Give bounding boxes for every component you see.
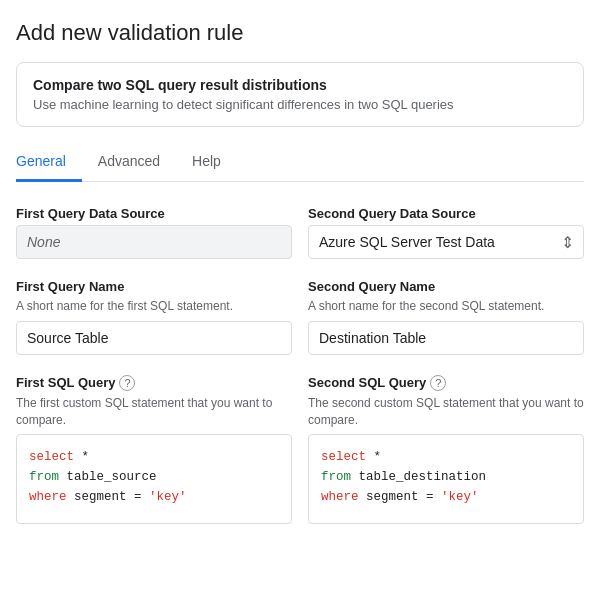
- first-data-source-group: First Query Data Source: [16, 206, 292, 259]
- second-query-name-input[interactable]: [308, 321, 584, 355]
- second-query-name-group: Second Query Name A short name for the s…: [308, 279, 584, 355]
- second-sql-group: Second SQL Query ? The second custom SQL…: [308, 375, 584, 525]
- first-query-name-label: First Query Name: [16, 279, 292, 294]
- tab-help[interactable]: Help: [176, 143, 237, 182]
- second-sql-line1: select *: [321, 447, 571, 467]
- first-data-source-label: First Query Data Source: [16, 206, 292, 221]
- first-sql-line1: select *: [29, 447, 279, 467]
- second-query-name-label: Second Query Name: [308, 279, 584, 294]
- second-sql-line2: from table_destination: [321, 467, 571, 487]
- second-data-source-group: Second Query Data Source None Azure SQL …: [308, 206, 584, 259]
- first-sql-help-icon[interactable]: ?: [119, 375, 135, 391]
- second-sql-label-row: Second SQL Query ?: [308, 375, 584, 391]
- first-sql-group: First SQL Query ? The first custom SQL s…: [16, 375, 292, 525]
- second-sql-desc: The second custom SQL statement that you…: [308, 395, 584, 429]
- second-sql-code-box[interactable]: select * from table_destination where se…: [308, 434, 584, 524]
- first-query-name-input[interactable]: [16, 321, 292, 355]
- first-query-name-desc: A short name for the first SQL statement…: [16, 298, 292, 315]
- second-data-source-label: Second Query Data Source: [308, 206, 584, 221]
- first-sql-code-box[interactable]: select * from table_source where segment…: [16, 434, 292, 524]
- first-sql-line3: where segment = 'key': [29, 487, 279, 507]
- first-query-name-group: First Query Name A short name for the fi…: [16, 279, 292, 355]
- second-sql-help-icon[interactable]: ?: [430, 375, 446, 391]
- second-sql-line3: where segment = 'key': [321, 487, 571, 507]
- tab-bar: General Advanced Help: [16, 143, 584, 182]
- second-data-source-select[interactable]: None Azure SQL Server Test Data: [308, 225, 584, 259]
- first-sql-label: First SQL Query: [16, 375, 115, 390]
- first-sql-desc: The first custom SQL statement that you …: [16, 395, 292, 429]
- first-sql-label-row: First SQL Query ?: [16, 375, 292, 391]
- second-data-source-select-wrapper: None Azure SQL Server Test Data ⇕: [308, 225, 584, 259]
- second-query-name-desc: A short name for the second SQL statemen…: [308, 298, 584, 315]
- tab-advanced[interactable]: Advanced: [82, 143, 176, 182]
- info-box: Compare two SQL query result distributio…: [16, 62, 584, 127]
- first-sql-line2: from table_source: [29, 467, 279, 487]
- form-grid: First Query Data Source Second Query Dat…: [16, 206, 584, 544]
- page-title: Add new validation rule: [16, 20, 584, 46]
- tab-general[interactable]: General: [16, 143, 82, 182]
- first-data-source-input[interactable]: [16, 225, 292, 259]
- info-box-description: Use machine learning to detect significa…: [33, 97, 567, 112]
- info-box-title: Compare two SQL query result distributio…: [33, 77, 567, 93]
- second-sql-label: Second SQL Query: [308, 375, 426, 390]
